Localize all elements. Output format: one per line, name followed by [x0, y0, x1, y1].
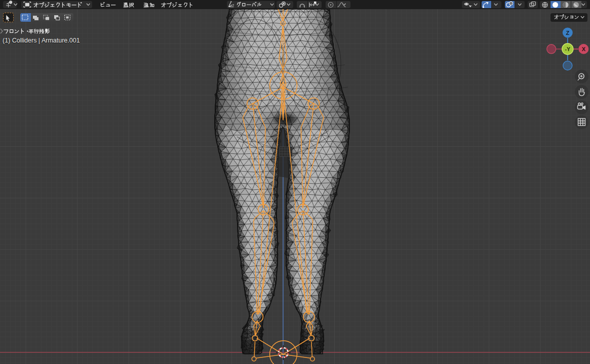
svg-text:Z: Z — [566, 30, 569, 36]
svg-text:-Y: -Y — [565, 46, 571, 52]
svg-text:X: X — [582, 46, 586, 52]
